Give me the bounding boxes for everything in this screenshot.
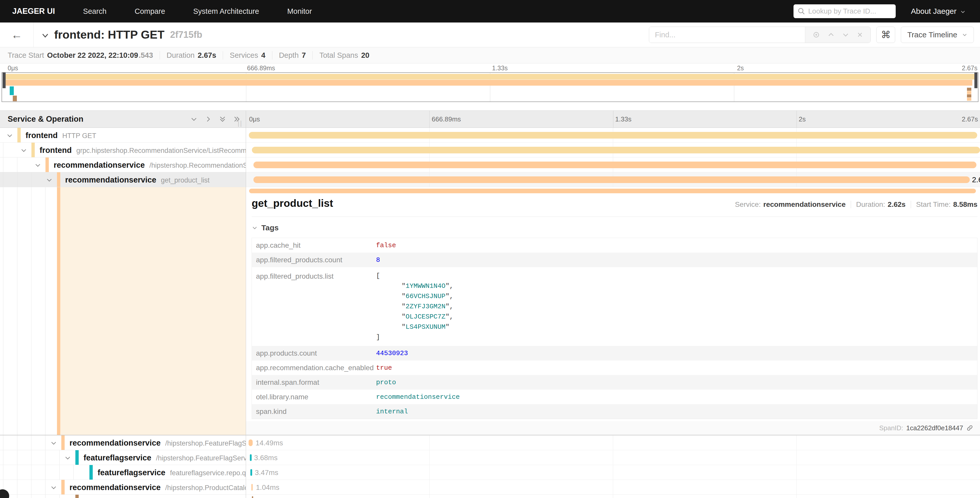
span-id-label: SpanID: bbox=[879, 424, 903, 432]
tag-row: app.products.count 44530923 bbox=[252, 346, 977, 361]
span-bar[interactable] bbox=[252, 496, 253, 498]
collapse-header-chevron-icon[interactable] bbox=[41, 31, 49, 40]
span-bar[interactable] bbox=[248, 439, 253, 446]
back-button[interactable]: ← bbox=[0, 22, 34, 47]
span-detail-row: get_product_list Service: recommendation… bbox=[0, 187, 980, 435]
service-name: frontend bbox=[25, 131, 58, 140]
service-name: recommendationservice bbox=[54, 161, 145, 169]
service-color-bar bbox=[89, 465, 93, 480]
tag-row: app.filtered_products.count 8 bbox=[252, 252, 977, 267]
timeline-tick: 2s bbox=[799, 115, 805, 123]
app-logo[interactable]: JAEGER UI bbox=[12, 6, 55, 16]
link-icon[interactable] bbox=[966, 425, 974, 431]
span-row-featureflag-parent[interactable]: recommendationservice/hipstershop.Featur… bbox=[0, 435, 980, 450]
trace-name: frontend: HTTP GET bbox=[54, 28, 164, 42]
span-id-value: 1ca2262df0e18447 bbox=[906, 424, 963, 432]
meta-trace-start: Trace Start October 22 2022, 22:10:09.54… bbox=[8, 51, 160, 59]
ruler-tick: 2.67s bbox=[962, 64, 977, 72]
minimap-span-bar bbox=[967, 97, 971, 101]
chevron-down-icon[interactable] bbox=[46, 176, 53, 184]
operation-name: grpc.hipstershop.RecommendationService/L… bbox=[76, 147, 246, 155]
detail-service-value: recommendationservice bbox=[764, 200, 846, 209]
column-resizer-handle[interactable]: || bbox=[238, 120, 243, 127]
chevron-down-icon[interactable] bbox=[34, 161, 41, 169]
about-jaeger-label: About Jaeger bbox=[911, 7, 956, 16]
clear-find-icon[interactable] bbox=[856, 31, 864, 38]
service-color-bar bbox=[75, 450, 79, 465]
trace-lookup-input[interactable] bbox=[808, 7, 892, 15]
service-color-bar bbox=[61, 480, 65, 495]
timeline-tick: 0μs bbox=[249, 115, 260, 123]
chevron-down-icon[interactable] bbox=[50, 484, 57, 491]
nav-item-search[interactable]: Search bbox=[83, 7, 107, 16]
minimap-span-bar bbox=[967, 91, 971, 94]
meta-services: Services 4 bbox=[223, 51, 272, 59]
focus-match-icon[interactable] bbox=[812, 31, 820, 39]
detail-span-bar[interactable] bbox=[249, 189, 976, 193]
nav-item-compare[interactable]: Compare bbox=[135, 7, 165, 16]
span-duration-label: 3.68ms bbox=[254, 454, 278, 462]
trace-view-selector[interactable]: Trace Timeline bbox=[901, 27, 974, 43]
timeline-tick: 666.89ms bbox=[432, 115, 461, 123]
tag-row: app.recommendation.cache_enabled true bbox=[252, 361, 977, 375]
span-bar[interactable] bbox=[250, 469, 252, 476]
trace-lookup-box[interactable] bbox=[794, 4, 896, 18]
expand-one-icon[interactable] bbox=[204, 115, 212, 123]
timeline-gridline bbox=[797, 111, 797, 128]
operation-name: get_product_list bbox=[161, 176, 210, 184]
tags-section-toggle[interactable]: Tags bbox=[251, 223, 977, 232]
detail-highlight-band bbox=[60, 187, 246, 435]
operation-name: /hipstershop.ProductCatalogSer… bbox=[165, 484, 246, 492]
chevron-down-icon[interactable] bbox=[20, 147, 27, 154]
span-row-frontend-listrecommendations[interactable]: frontendgrpc.hipstershop.RecommendationS… bbox=[0, 143, 980, 158]
span-bar[interactable] bbox=[253, 176, 970, 183]
collapse-one-icon[interactable] bbox=[190, 115, 198, 123]
span-bar[interactable] bbox=[252, 147, 980, 153]
span-bar[interactable] bbox=[250, 454, 251, 461]
operation-name: HTTP GET bbox=[62, 132, 96, 140]
span-row-recommendationservice-list[interactable]: recommendationservice/hipstershop.Recomm… bbox=[0, 158, 980, 172]
nav-item-monitor[interactable]: Monitor bbox=[287, 7, 312, 16]
span-row-featureflag-repo-query[interactable]: featureflagservicefeatureflagservice.rep… bbox=[0, 465, 980, 480]
span-bar[interactable] bbox=[249, 132, 977, 139]
trace-minimap[interactable] bbox=[2, 72, 978, 102]
next-match-icon[interactable] bbox=[842, 31, 850, 38]
operation-name: /hipstershop.FeatureFlagService/Ge… bbox=[156, 454, 246, 462]
timeline-gridline bbox=[430, 111, 430, 128]
span-duration-label: 14.49ms bbox=[256, 439, 283, 447]
meta-duration: Duration 2.67s bbox=[160, 51, 223, 59]
minimap-span-bar bbox=[967, 88, 971, 91]
service-color-bar bbox=[57, 172, 60, 187]
span-row-get-product-list[interactable]: recommendationserviceget_product_list 2.… bbox=[0, 172, 980, 187]
keyboard-shortcuts-button[interactable]: ⌘ bbox=[876, 27, 895, 43]
service-operation-header: Service & Operation bbox=[8, 115, 83, 124]
span-row-frontend-http-get[interactable]: frontendHTTP GET bbox=[0, 128, 980, 143]
nav-item-system-architecture[interactable]: System Architecture bbox=[193, 7, 259, 16]
column-divider bbox=[246, 110, 246, 498]
about-jaeger-menu[interactable]: About Jaeger bbox=[911, 7, 966, 16]
span-bar[interactable] bbox=[251, 484, 253, 491]
chevron-down-icon[interactable] bbox=[6, 132, 13, 139]
detail-duration-value: 2.62s bbox=[888, 200, 906, 209]
trace-start-label: Trace Start bbox=[8, 51, 44, 59]
collapse-all-icon[interactable] bbox=[219, 115, 226, 123]
span-duration-label: 3.47ms bbox=[255, 469, 278, 477]
operation-name: /hipstershop.RecommendationService/Lis… bbox=[150, 161, 246, 169]
operation-name: /hipstershop.FeatureFlagService… bbox=[165, 439, 246, 447]
trace-title[interactable]: frontend: HTTP GET 2f715fb bbox=[41, 28, 202, 42]
chevron-down-icon[interactable] bbox=[50, 439, 57, 447]
span-row-partial[interactable] bbox=[0, 495, 980, 498]
find-input[interactable] bbox=[649, 27, 805, 43]
span-row-productcatalog-parent[interactable]: recommendationservice/hipstershop.Produc… bbox=[0, 480, 980, 495]
minimap-right-scrubber[interactable] bbox=[974, 72, 977, 88]
detail-duration-label: Duration: bbox=[856, 200, 885, 209]
span-row-featureflagservice-ge[interactable]: featureflagservice/hipstershop.FeatureFl… bbox=[0, 450, 980, 465]
ruler-tick: 666.89ms bbox=[247, 64, 275, 72]
trace-start-ms: .543 bbox=[139, 51, 153, 59]
span-bar[interactable] bbox=[253, 161, 977, 168]
chevron-down-icon[interactable] bbox=[64, 454, 71, 461]
minimap-left-scrubber[interactable] bbox=[3, 72, 6, 88]
prev-match-icon[interactable] bbox=[827, 31, 835, 38]
detail-footer: SpanID: 1ca2262df0e18447 bbox=[246, 421, 980, 435]
span-duration-label: 1.04ms bbox=[256, 484, 280, 492]
